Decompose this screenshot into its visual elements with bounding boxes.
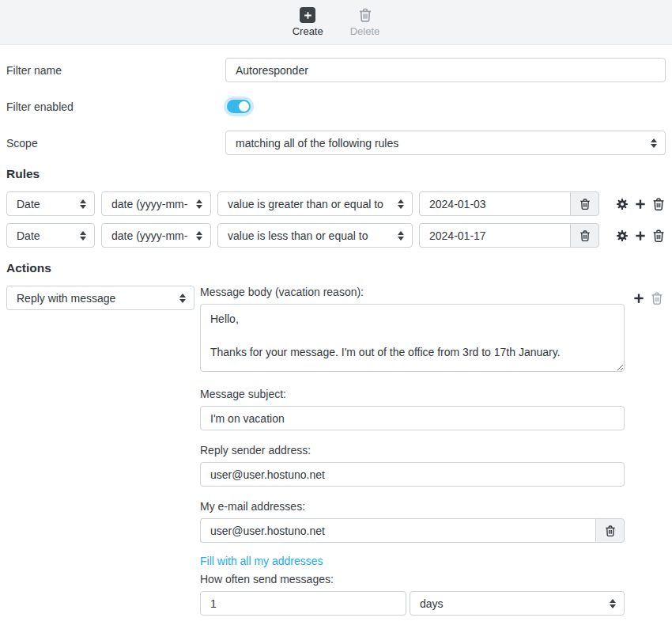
filter-enabled-toggle[interactable] <box>227 100 251 113</box>
plus-icon <box>632 291 646 305</box>
rule-value-input[interactable] <box>419 223 570 248</box>
message-body-textarea[interactable]: Hello, Thanks for your message. I'm out … <box>200 304 625 372</box>
reply-sender-input[interactable] <box>200 462 625 487</box>
plus-icon <box>633 197 647 211</box>
trash-icon <box>579 198 591 210</box>
filter-enabled-row: Filter enabled <box>6 94 666 119</box>
my-addresses-label: My e-mail addresses: <box>200 500 625 513</box>
rule-add-button[interactable] <box>633 229 647 243</box>
filter-enabled-label: Filter enabled <box>6 100 225 113</box>
filter-name-label: Filter name <box>6 64 225 77</box>
action-fields: Message body (vacation reason): Hello, T… <box>200 286 625 616</box>
rule-field-select[interactable]: Date <box>6 223 95 248</box>
toggle-knob <box>239 101 249 112</box>
filter-form: Filter name Filter enabled Scope matchin… <box>0 45 672 616</box>
filter-name-input[interactable] <box>225 58 666 82</box>
gear-icon <box>615 229 629 243</box>
trash-icon <box>579 229 591 242</box>
how-often-label: How often send messages: <box>200 573 625 585</box>
gear-icon <box>615 197 629 211</box>
how-often-unit-select[interactable]: days <box>410 591 625 616</box>
rule-value-clear-button[interactable] <box>570 191 599 216</box>
action-type-select[interactable]: Reply with message <box>6 286 194 310</box>
trash-icon <box>651 197 666 211</box>
rule-modifier-select[interactable]: date (yyyy-mm-dd) <box>101 223 211 248</box>
rule-value-clear-button[interactable] <box>570 223 599 248</box>
rule-row: Date date (yyyy-mm-dd) value is less tha… <box>6 223 666 248</box>
action-add-button[interactable] <box>632 291 646 305</box>
plus-square-icon <box>300 7 315 23</box>
rule-advanced-button[interactable] <box>615 229 629 243</box>
trash-icon <box>651 229 666 243</box>
trash-icon <box>604 525 617 537</box>
rules-heading: Rules <box>6 167 666 181</box>
create-button-label: Create <box>293 25 323 37</box>
scope-row: Scope matching all of the following rule… <box>6 131 666 155</box>
scope-label: Scope <box>6 137 225 150</box>
how-often-row: days <box>200 591 625 616</box>
rule-row: Date date (yyyy-mm-dd) value is greater … <box>6 191 666 216</box>
trash-icon <box>357 7 373 23</box>
action-row: Reply with message Message body (vacatio… <box>6 286 666 616</box>
rule-delete-button[interactable] <box>651 197 666 211</box>
message-subject-label: Message subject: <box>200 388 625 400</box>
how-often-input[interactable] <box>200 591 406 616</box>
rule-advanced-button[interactable] <box>615 197 629 211</box>
fill-addresses-link[interactable]: Fill with all my addresses <box>200 555 323 567</box>
rule-add-button[interactable] <box>633 197 647 211</box>
reply-sender-label: Reply sender address: <box>200 444 625 457</box>
delete-button-label: Delete <box>350 25 380 37</box>
rule-modifier-select[interactable]: date (yyyy-mm-dd) <box>101 191 211 216</box>
rule-operator-select[interactable]: value is greater than or equal to <box>217 191 413 216</box>
my-addresses-input[interactable] <box>200 518 595 543</box>
rule-value-input[interactable] <box>419 191 570 216</box>
message-subject-input[interactable] <box>200 406 625 430</box>
filter-name-row: Filter name <box>6 58 666 82</box>
rule-operator-select[interactable]: value is less than or equal to <box>217 223 413 248</box>
rule-field-select[interactable]: Date <box>6 191 95 216</box>
message-body-label: Message body (vacation reason): <box>200 286 625 298</box>
actions-heading: Actions <box>6 261 666 275</box>
my-addresses-delete-button[interactable] <box>595 518 625 543</box>
trash-icon <box>650 291 664 305</box>
toolbar: Create Delete <box>0 0 672 45</box>
scope-select[interactable]: matching all of the following rules <box>225 131 666 155</box>
delete-button[interactable]: Delete <box>347 6 383 39</box>
create-button[interactable]: Create <box>289 6 327 39</box>
plus-icon <box>633 229 647 243</box>
action-delete-button[interactable] <box>650 291 664 305</box>
rule-delete-button[interactable] <box>651 229 666 243</box>
